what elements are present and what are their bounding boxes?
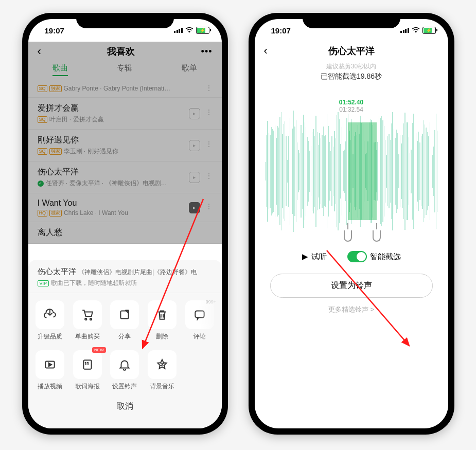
action-delete[interactable]: 删除 — [146, 300, 179, 341]
action-bgmusic[interactable]: 背景音乐 — [146, 350, 179, 391]
status-time: 19:07 — [271, 26, 291, 35]
wifi-icon — [185, 26, 193, 34]
svg-point-0 — [85, 318, 86, 320]
more-ringtones-link[interactable]: 更多精选铃声 > — [255, 305, 448, 314]
status-time: 19:07 — [45, 26, 64, 35]
video-icon — [43, 358, 57, 371]
page-title: 伤心太平洋 — [328, 45, 375, 57]
action-share[interactable]: 分享 — [108, 300, 142, 341]
action-ringtone[interactable]: 设置铃声 — [108, 350, 142, 391]
new-badge: NEW — [92, 347, 106, 353]
play-icon: ▶ — [302, 252, 308, 261]
waveform-editor[interactable]: 01:52.40 01:32.54 — [265, 122, 438, 220]
battery-icon: ⚡ — [422, 27, 436, 34]
share-icon — [118, 308, 131, 321]
trim-hint: 建议裁剪30秒以内 — [255, 62, 448, 71]
toggle-switch[interactable] — [347, 251, 367, 262]
phone-right: 19:07 ⚡ ‹ 伤心太平洋 建议裁剪30秒以内 已智能截选19.86秒 01… — [249, 13, 454, 435]
status-bar: 19:07 ⚡ — [28, 19, 222, 42]
action-row-1: 升级品质 单曲购买 分享 删除 999+ 评论 — [28, 293, 222, 343]
selection-handle-right[interactable] — [373, 223, 381, 242]
svg-point-1 — [90, 318, 92, 320]
status-bar: 19:07 ⚡ — [255, 19, 448, 42]
sheet-note: 歌曲已下载，随时随地想听就听 — [51, 279, 137, 287]
nav-bar: ‹ 伤心太平洋 — [255, 42, 448, 60]
action-comment[interactable]: 999+ 评论 — [183, 300, 217, 341]
battery-icon: ⚡ — [196, 27, 209, 34]
comment-icon — [193, 308, 206, 321]
back-button[interactable]: ‹ — [264, 44, 268, 58]
lyrics-poster-icon — [81, 358, 94, 371]
wifi-icon — [412, 26, 420, 34]
action-sheet: 伤心太平洋 《神雕侠侣》电视剧片尾曲|《路边野餐》电 VIP歌曲已下载，随时随地… — [28, 260, 222, 428]
selection-handle-left[interactable] — [344, 223, 352, 242]
preview-button[interactable]: ▶ 试听 — [302, 252, 327, 262]
cart-icon — [81, 308, 94, 321]
sheet-title: 伤心太平洋 — [38, 267, 76, 276]
selection-range[interactable] — [348, 122, 377, 242]
action-buy[interactable]: 单曲购买 — [70, 300, 104, 341]
sheet-desc: 《神雕侠侣》电视剧片尾曲|《路边野餐》电 — [78, 268, 197, 276]
svg-rect-5 — [83, 360, 91, 369]
action-video[interactable]: 播放视频 — [33, 350, 67, 391]
bell-icon — [118, 358, 131, 371]
vip-badge: VIP — [38, 280, 49, 286]
action-lyrics[interactable]: NEW 歌词海报 — [70, 350, 104, 391]
download-upgrade-icon — [43, 308, 57, 321]
action-upgrade[interactable]: 升级品质 — [33, 300, 67, 341]
trim-status: 已智能截选19.86秒 — [255, 72, 448, 81]
cancel-button[interactable]: 取消 — [28, 393, 222, 422]
smart-trim-toggle[interactable]: 智能截选 — [347, 251, 401, 262]
trash-icon — [155, 308, 169, 321]
time-labels: 01:52.40 01:32.54 — [339, 99, 363, 113]
action-row-2: 播放视频 NEW 歌词海报 设置铃声 背景音乐 . — [28, 343, 222, 393]
modal-scrim[interactable] — [28, 42, 222, 244]
set-ringtone-button[interactable]: 设置为铃声 — [270, 274, 433, 298]
signal-icon — [174, 28, 183, 33]
svg-line-7 — [327, 250, 409, 346]
star-z-icon — [155, 358, 169, 371]
phone-left: 19:07 ⚡ ‹ 我喜欢 ••• 歌曲 专辑 歌单 SQ独家Gabry Pon… — [22, 13, 228, 435]
signal-icon — [400, 28, 409, 33]
